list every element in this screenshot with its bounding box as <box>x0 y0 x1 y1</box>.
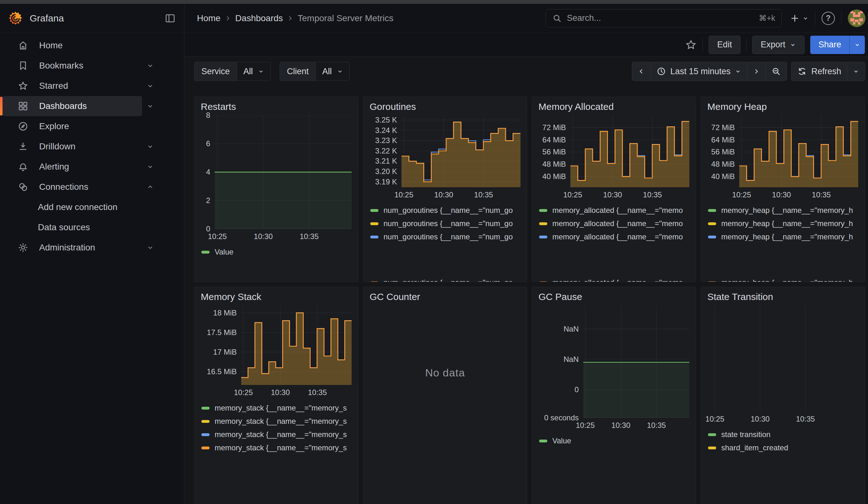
help-icon[interactable]: ? <box>822 12 835 25</box>
legend-item[interactable]: memory_allocated {__name__="memo <box>539 277 689 282</box>
sidebar-item-administration: Administration <box>0 237 184 258</box>
plot-area[interactable] <box>402 115 520 187</box>
chevron-up-icon[interactable] <box>146 183 154 191</box>
divider <box>703 38 703 51</box>
legend-marker <box>202 407 209 410</box>
legend-item-clipped: num_goroutines {__name__="num_go <box>370 277 520 282</box>
x-tick-label: 10:35 <box>796 415 815 423</box>
panel-title[interactable]: GC Counter <box>370 291 520 302</box>
time-shift-back-button[interactable] <box>632 62 651 81</box>
sidebar-link-add-new-connection[interactable]: Add new connection <box>2 197 142 217</box>
panel-gc-counter: GC CounterNo data <box>363 287 527 504</box>
refresh-interval-button[interactable] <box>847 62 865 81</box>
avatar[interactable] <box>848 10 866 27</box>
chevron-down-icon[interactable] <box>146 62 154 70</box>
legend-item[interactable]: memory_heap {__name__="memory_h <box>708 231 858 243</box>
y-tick-label: 72 MiB <box>703 123 735 132</box>
sidebar-link-starred[interactable]: Starred <box>2 76 142 96</box>
share-button[interactable]: Share <box>810 36 849 54</box>
chevron-down-icon[interactable] <box>146 163 154 171</box>
legend-label: shard_item_created <box>721 443 788 452</box>
plot-area[interactable] <box>570 115 689 187</box>
share-options-button[interactable] <box>849 36 865 54</box>
legend-label: state transition <box>721 430 771 439</box>
legend-marker <box>539 209 547 212</box>
chart-region: NaNNaN00 seconds <box>538 305 689 418</box>
legend-item[interactable]: state transition <box>708 429 858 441</box>
chevron-right-icon <box>753 68 760 75</box>
panel-title[interactable]: Memory Stack <box>201 291 352 302</box>
legend-item[interactable]: Value <box>202 246 352 258</box>
client-filter-value[interactable]: All <box>316 62 349 81</box>
legend-item[interactable]: memory_heap {__name__="memory_h <box>708 277 858 282</box>
legend-item[interactable]: memory_heap {__name__="memory_h <box>708 204 858 216</box>
plot-area[interactable] <box>241 305 352 385</box>
plot-area[interactable] <box>583 305 690 418</box>
x-axis: 10:2510:3010:35 <box>570 187 689 202</box>
divider <box>786 11 786 25</box>
zoom-out-button[interactable] <box>765 62 787 81</box>
panel-title[interactable]: GC Pause <box>538 291 689 302</box>
favorite-star-icon[interactable] <box>685 39 697 51</box>
edit-button[interactable]: Edit <box>709 36 741 54</box>
legend-item[interactable]: memory_allocated {__name__="memo <box>539 204 689 216</box>
sidebar-link-dashboards[interactable]: Dashboards <box>2 96 142 116</box>
sidebar-item-label: Home <box>39 40 63 51</box>
legend-item[interactable]: memory_heap {__name__="memory_h <box>708 218 858 229</box>
breadcrumb-home[interactable]: Home <box>197 13 221 23</box>
refresh-button[interactable]: Refresh <box>792 62 847 81</box>
sidebar-collapse-icon[interactable] <box>164 13 176 24</box>
legend-item[interactable]: memory_allocated {__name__="memo <box>539 218 689 229</box>
legend-item[interactable]: memory_stack {__name__="memory_s <box>202 429 352 441</box>
panel-legend: memory_stack {__name__="memory_smemory_s… <box>201 400 352 504</box>
sidebar-link-alerting[interactable]: Alerting <box>2 157 142 177</box>
legend-item[interactable]: shard_item_created <box>708 442 858 454</box>
panel-title[interactable]: Memory Heap <box>707 101 858 112</box>
legend-marker <box>539 236 547 238</box>
legend-item[interactable]: num_goroutines {__name__="num_go <box>370 277 520 282</box>
panel-memory-heap: Memory Heap72 MiB64 MiB56 MiB48 MiB40 Mi… <box>701 96 865 282</box>
legend-marker <box>539 281 547 282</box>
panel-title[interactable]: Goroutines <box>370 101 520 112</box>
plot-area[interactable] <box>215 115 352 229</box>
sidebar-link-drilldown[interactable]: Drilldown <box>2 136 142 157</box>
legend-item[interactable]: memory_stack {__name__="memory_s <box>202 442 352 454</box>
y-tick-label: 3.23 K <box>365 136 397 145</box>
plot-area[interactable] <box>739 115 858 187</box>
sidebar-link-connections[interactable]: Connections <box>2 177 142 197</box>
chevron-down-icon <box>854 42 860 48</box>
header-actions: Search... ⌘+k ? <box>546 4 868 32</box>
chevron-down-icon[interactable] <box>146 244 154 251</box>
chevron-down-icon[interactable] <box>146 143 154 150</box>
legend-item[interactable]: memory_stack {__name__="memory_s <box>202 415 352 427</box>
time-shift-forward-button[interactable] <box>747 62 765 81</box>
add-new-button[interactable] <box>790 13 809 23</box>
sidebar-link-bookmarks[interactable]: Bookmarks <box>2 55 142 76</box>
panel-title[interactable]: Memory Allocated <box>538 101 689 112</box>
export-button[interactable]: Export <box>752 36 805 54</box>
legend-item[interactable]: num_goroutines {__name__="num_go <box>370 204 520 216</box>
legend-item[interactable]: num_goroutines {__name__="num_go <box>370 218 520 229</box>
search-input[interactable]: Search... ⌘+k <box>546 9 782 28</box>
sidebar-link-administration[interactable]: Administration <box>2 237 142 258</box>
x-tick-label: 10:35 <box>647 421 666 430</box>
sidebar-item-drilldown: Drilldown <box>0 136 184 157</box>
service-filter-value[interactable]: All <box>237 62 270 81</box>
breadcrumb-dashboards[interactable]: Dashboards <box>235 13 283 23</box>
panel-title[interactable]: Restarts <box>201 101 352 112</box>
time-range-picker[interactable]: Last 15 minutes <box>651 62 747 81</box>
y-tick-label: 64 MiB <box>703 135 735 144</box>
legend-item[interactable]: memory_stack {__name__="memory_s <box>202 402 352 414</box>
bell-icon <box>18 161 28 172</box>
legend-item[interactable]: Value <box>539 435 689 447</box>
chevron-down-icon[interactable] <box>146 102 154 110</box>
sidebar-link-home[interactable]: Home <box>2 35 142 55</box>
legend-label: memory_allocated {__name__="memo <box>552 278 683 282</box>
plot-area[interactable] <box>707 305 858 411</box>
chevron-down-icon[interactable] <box>146 82 154 90</box>
sidebar-link-explore[interactable]: Explore <box>2 116 142 136</box>
legend-item[interactable]: num_goroutines {__name__="num_go <box>370 231 520 243</box>
legend-item[interactable]: memory_allocated {__name__="memo <box>539 231 689 243</box>
panel-title[interactable]: State Transition <box>707 291 858 302</box>
sidebar-link-data-sources[interactable]: Data sources <box>2 217 142 237</box>
